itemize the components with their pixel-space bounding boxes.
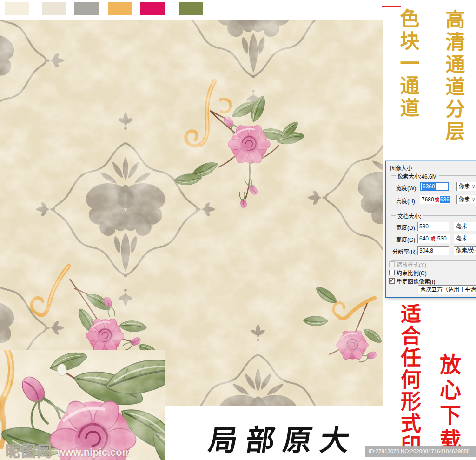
nipic-site-url: www.nipic.com <box>57 447 131 459</box>
pixel-width-unit-select[interactable]: 像素∨ <box>456 182 476 191</box>
nipic-site-name: 昵图网 <box>6 439 53 460</box>
pixel-height-input[interactable]: 7680或6360 <box>420 195 450 204</box>
nipic-watermark: 昵图网 www.nipic.com <box>6 439 131 460</box>
banner-hd-channel-layers: 高清通道分层 <box>443 9 463 143</box>
constrain-proportions-label: 约束比例(C) <box>397 269 427 277</box>
color-swatch-gray <box>74 2 99 15</box>
image-id-watermark: ID:27813070 NO:20200817164104629085 <box>365 446 476 457</box>
doc-width-input[interactable]: 530 <box>417 222 449 231</box>
pixel-dimensions-group: 像素大小:46.6M 宽度(W): 6360 像素∨ 高度(H): 7680或6… <box>391 175 476 215</box>
scale-styles-checkbox[interactable] <box>389 261 395 267</box>
resample-image-label: 重定图像像素(I): <box>397 277 437 285</box>
constrain-proportions-row: 约束比例(C) <box>389 269 427 276</box>
constrain-proportions-checkbox[interactable] <box>389 270 395 275</box>
pixel-height-unit-select[interactable]: 像素∨ <box>456 195 476 204</box>
resolution-label: 分辨率(R): <box>392 247 418 255</box>
dialog-title: 图像大小 <box>390 164 412 172</box>
pixel-width-input[interactable]: 6360 <box>420 182 449 191</box>
doc-height-label: 高度(G): <box>396 235 417 243</box>
color-swatch-cream <box>5 2 29 15</box>
caption-detail-original-size: 局部原大 <box>197 417 370 459</box>
chevron-down-icon: ∨ <box>472 182 475 191</box>
resample-image-row: 重定图像像素(I): <box>389 278 437 284</box>
pixel-group-legend: 像素大小:46.6M <box>396 172 439 180</box>
banner-suits-any-print-form: 适合任何形式印 <box>399 303 419 456</box>
color-swatch-magenta <box>140 2 165 15</box>
color-swatch-beige <box>42 2 66 15</box>
document-size-group: 文档大小: 宽度(D): 530 毫米 高度(G): 640 或 530 毫米 … <box>391 215 476 261</box>
scale-styles-row: 缩放样式(Y) <box>389 261 426 267</box>
resample-image-checkbox[interactable] <box>389 278 395 284</box>
doc-group-legend: 文档大小: <box>396 212 423 220</box>
banner-one-color-one-channel: 一色块一通道 <box>398 0 417 120</box>
pixel-height-label: 高度(H): <box>396 197 416 205</box>
scale-styles-label: 缩放样式(Y) <box>397 260 426 268</box>
doc-height-input[interactable]: 640 或 530 <box>417 234 450 243</box>
pixel-width-label: 宽度(W): <box>396 184 418 192</box>
color-swatch-olive <box>179 2 203 15</box>
doc-height-unit-select[interactable]: 毫米 <box>454 234 476 243</box>
doc-width-label: 宽度(D): <box>396 223 416 231</box>
image-size-dialog: 图像大小 像素大小:46.6M 宽度(W): 6360 像素∨ 高度(H): 7… <box>385 161 476 298</box>
resolution-input[interactable]: 304.8 <box>417 246 449 255</box>
banner-download-with-confidence: 放心下载 <box>438 353 459 454</box>
chevron-down-icon: ∨ <box>472 195 475 204</box>
resample-method-select[interactable]: 两次立方（适用于平滑渐变 <box>418 285 476 294</box>
resolution-unit-select[interactable]: 像素/英寸 <box>454 246 476 255</box>
doc-width-unit-select[interactable]: 毫米 <box>454 222 476 231</box>
color-swatch-gold <box>108 2 132 15</box>
